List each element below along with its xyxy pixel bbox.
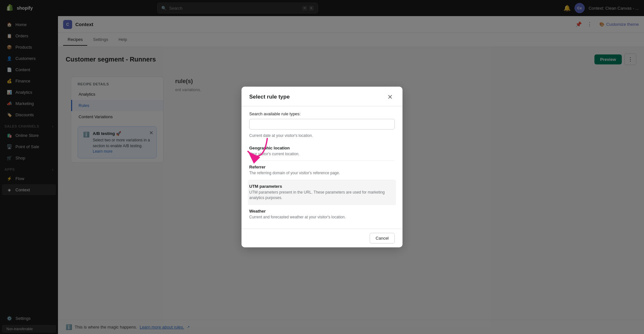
modal-header: Select rule type ✕ (242, 87, 402, 106)
modal: Select rule type ✕ Search available rule… (242, 87, 402, 248)
rule-item-weather-title: Weather (249, 209, 395, 214)
rule-item-utm-title: UTM parameters (249, 184, 395, 189)
rule-item-utm-desc: UTM parameters present in the URL. These… (249, 190, 395, 201)
modal-body: Search available rule types: Current dat… (242, 106, 402, 229)
rule-item-referrer-title: Referrer (249, 165, 395, 169)
modal-search-input[interactable] (249, 119, 395, 129)
rule-item-geographic-desc: Your visitor's current location. (249, 151, 395, 157)
modal-close-button[interactable]: ✕ (385, 93, 395, 101)
rule-item-geographic-title: Geographic location (249, 146, 395, 150)
rule-item-utm[interactable]: UTM parameters UTM parameters present in… (248, 180, 396, 205)
rule-item-weather[interactable]: Weather Current and forecasted weather a… (249, 205, 395, 224)
modal-overlay: Select rule type ✕ Search available rule… (0, 0, 644, 334)
rule-item-referrer-desc: The referring domain of your visitor's r… (249, 170, 395, 176)
modal-search-label: Search available rule types: (249, 111, 395, 116)
modal-title: Select rule type (249, 94, 290, 100)
rule-item-weather-desc: Current and forecasted weather at your v… (249, 215, 395, 220)
rule-item-geographic[interactable]: Geographic location Your visitor's curre… (249, 142, 395, 161)
current-date-hint: Current date at your visitor's location. (249, 133, 395, 138)
cancel-button[interactable]: Cancel (370, 233, 395, 243)
modal-footer: Cancel (242, 229, 402, 247)
rule-item-referrer[interactable]: Referrer The referring domain of your vi… (249, 161, 395, 180)
